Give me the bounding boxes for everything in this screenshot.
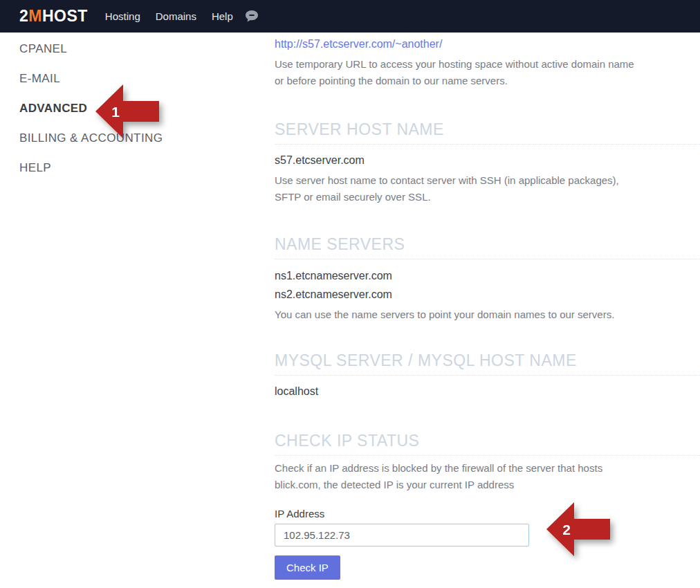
temporary-url-link[interactable]: http://s57.etcserver.com/~another/ [275,37,442,52]
name-server-1: ns1.etcnameserver.com [275,266,700,285]
sidebar-item-billing[interactable]: BILLING & ACCOUNTING [19,131,275,146]
logo-part-host: HOST [42,7,88,25]
sidebar-item-email[interactable]: E-MAIL [19,71,275,86]
sidebar-nav: CPANEL E-MAIL ADVANCED BILLING & ACCOUNT… [0,33,275,190]
mysql-host-value: localhost [275,384,700,399]
name-server-list: ns1.etcnameserver.com ns2.etcnameserver.… [275,266,700,304]
page: 2MHOST Hosting Domains Help CPANEL E-MAI… [0,0,700,588]
main-content: http://s57.etcserver.com/~another/ Use t… [275,33,700,580]
section-title-server-host-name: SERVER HOST NAME [275,120,700,145]
ip-address-input[interactable] [275,524,529,546]
server-host-name-value: s57.etcserver.com [275,153,700,168]
name-servers-description: You can use the name servers to point yo… [275,306,665,323]
ip-address-label: IP Address [275,507,700,521]
chat-bubble-icon[interactable] [245,10,259,23]
section-title-check-ip-status: CHECK IP STATUS [275,431,700,456]
check-ip-description: Check if an IP address is blocked by the… [275,460,665,493]
section-title-name-servers: NAME SERVERS [275,235,700,259]
brand-logo[interactable]: 2MHOST [19,7,88,26]
sidebar-item-advanced[interactable]: ADVANCED [19,101,275,116]
nav-item-hosting[interactable]: Hosting [98,10,148,22]
nav-item-help[interactable]: Help [204,10,241,22]
name-server-2: ns2.etcnameserver.com [275,285,700,304]
temporary-url-description: Use temporary URL to access your hosting… [275,56,665,89]
top-navbar: 2MHOST Hosting Domains Help [0,0,700,33]
sidebar-item-cpanel[interactable]: CPANEL [19,42,275,57]
nav-menu: Hosting Domains Help [98,10,241,22]
logo-part-m: M [28,7,42,25]
sidebar-item-help[interactable]: HELP [19,160,275,176]
logo-part-2: 2 [19,7,28,25]
nav-item-domains[interactable]: Domains [148,10,204,22]
check-ip-button[interactable]: Check IP [275,555,340,580]
section-title-mysql-host: MYSQL SERVER / MYSQL HOST NAME [275,351,700,376]
server-host-name-description: Use server host name to contact server w… [275,172,665,205]
